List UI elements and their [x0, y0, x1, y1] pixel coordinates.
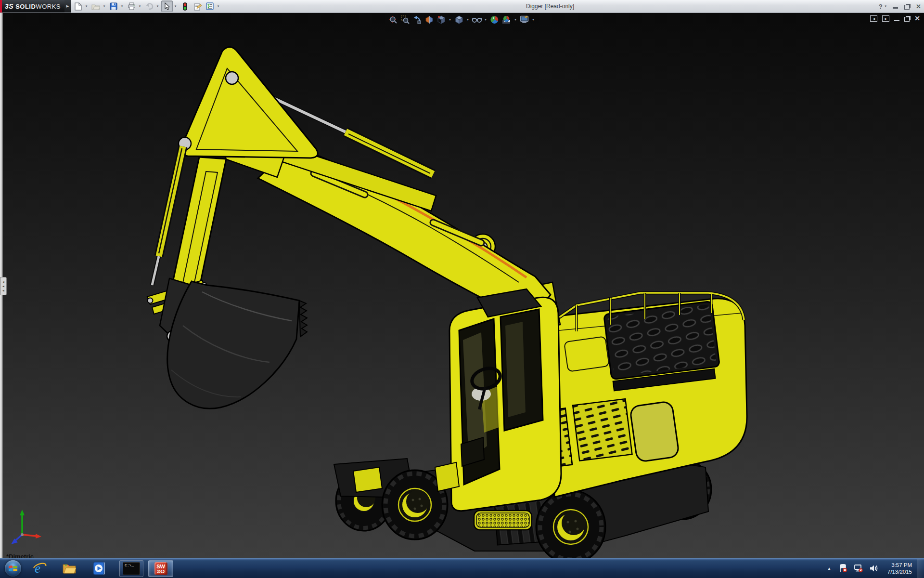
undo-button[interactable] — [143, 0, 155, 12]
zoom-to-area-button[interactable] — [400, 14, 410, 25]
front-bracket — [435, 462, 459, 491]
volume-icon[interactable] — [870, 565, 878, 572]
show-hidden-icons-button[interactable]: ▲ — [827, 566, 831, 571]
graphics-viewport[interactable]: ▾ ▾ ▾ ▾ ▾ ◀ ▶ — [0, 13, 924, 559]
view-settings-button[interactable] — [519, 14, 529, 25]
print-caret-icon[interactable]: ▾ — [137, 1, 142, 12]
solidworks-2015-button[interactable]: SW 2015 — [148, 560, 173, 577]
excavator-model[interactable] — [0, 13, 924, 559]
hide-show-items-icon — [472, 16, 482, 23]
brand-red-accent — [0, 0, 2, 13]
internet-explorer-button[interactable]: e — [32, 560, 47, 577]
edit-appearance-button[interactable] — [489, 14, 500, 25]
options-button[interactable] — [204, 0, 216, 12]
apply-scene-caret-icon[interactable]: ▾ — [513, 18, 517, 22]
previous-view-button[interactable] — [412, 14, 422, 25]
excavator-drawing — [147, 47, 747, 559]
folder-icon — [62, 563, 77, 574]
file-properties-icon — [193, 2, 202, 11]
hide-show-items-button[interactable] — [472, 14, 482, 25]
wheel-front-right — [536, 490, 605, 559]
bucket-teeth — [299, 301, 307, 337]
document-window-controls: ◀ ▶ ✕ — [870, 14, 920, 22]
rear-side-window — [629, 401, 679, 462]
new-document-icon — [75, 2, 82, 11]
options-caret-icon[interactable]: ▾ — [216, 1, 221, 12]
command-prompt-button[interactable]: C:\_ — [119, 560, 143, 577]
collapse-arrow-icon: ◀ — [2, 289, 4, 293]
app-restore-button[interactable] — [904, 5, 910, 10]
view-settings-icon — [520, 15, 529, 24]
open-caret-icon[interactable]: ▾ — [102, 1, 107, 12]
rebuild-button[interactable] — [179, 0, 191, 12]
new-document-button[interactable] — [72, 0, 84, 12]
file-properties-button[interactable] — [192, 0, 203, 12]
app-minimize-button[interactable] — [893, 7, 898, 9]
view-orientation-button[interactable] — [436, 14, 446, 25]
boom-head — [181, 47, 318, 158]
select-button[interactable] — [161, 0, 173, 12]
open-button[interactable] — [90, 0, 102, 12]
zoom-to-fit-icon — [389, 15, 398, 24]
command-prompt-icon: C:\_ — [123, 562, 140, 575]
apply-scene-button[interactable] — [501, 14, 512, 25]
show-desktop-button[interactable] — [917, 559, 924, 578]
help-caret-icon[interactable]: ▾ — [885, 4, 887, 8]
menubar-toolbar: ▾ ▾ ▾ ▾ ▾ — [72, 0, 222, 13]
print-icon — [128, 2, 136, 10]
menu-expand-arrow-icon[interactable]: ▶ — [64, 0, 71, 13]
display-style-button[interactable] — [454, 14, 464, 25]
solidworks-2015-icon: SW 2015 — [154, 562, 167, 575]
brand-text: 3SSOLIDWORKS — [5, 2, 61, 10]
save-button[interactable] — [108, 0, 119, 12]
collapse-arrow-icon: ◀ — [2, 280, 4, 284]
display-style-caret-icon[interactable]: ▾ — [466, 18, 470, 22]
system-tray: ▲ 3:57 PM 7/13/2015 — [827, 559, 924, 578]
zoom-to-fit-button[interactable] — [388, 14, 398, 25]
media-player-icon — [92, 561, 106, 576]
save-caret-icon[interactable]: ▾ — [119, 1, 125, 12]
help-button[interactable]: ? — [879, 3, 883, 10]
view-orientation-caret-icon[interactable]: ▾ — [448, 18, 452, 22]
reference-triad-icon — [8, 507, 45, 546]
view-settings-caret-icon[interactable]: ▾ — [531, 18, 535, 22]
outrigger-pad — [353, 467, 382, 492]
splitter-handle[interactable]: ◀ ◀ ◀ — [0, 277, 7, 295]
rebuild-traffic-light-icon — [183, 2, 187, 11]
options-checklist-icon — [206, 2, 214, 10]
select-cursor-icon — [164, 2, 170, 10]
pane-right-icon[interactable]: ▶ — [882, 15, 889, 22]
zoom-to-area-icon — [401, 15, 410, 24]
engine-deck-grille — [604, 301, 721, 391]
file-explorer-button[interactable] — [62, 560, 77, 577]
doc-restore-button[interactable] — [904, 17, 910, 22]
action-center-icon[interactable] — [839, 564, 847, 573]
taskbar-left: e C:\_ — [0, 559, 173, 578]
undo-arrow-icon — [145, 3, 154, 10]
dassault-3ds-icon: 3S — [5, 2, 13, 10]
hide-show-items-caret-icon[interactable]: ▾ — [484, 18, 488, 22]
start-button[interactable] — [5, 560, 21, 577]
pane-left-icon[interactable]: ◀ — [870, 15, 877, 22]
section-view-button[interactable] — [424, 14, 434, 25]
save-floppy-icon — [110, 2, 117, 10]
cab-step — [474, 511, 532, 530]
print-button[interactable] — [126, 0, 137, 12]
new-document-caret-icon[interactable]: ▾ — [84, 1, 89, 12]
network-status-icon[interactable] — [854, 564, 863, 573]
bucket — [167, 281, 307, 408]
taskbar-clock[interactable]: 3:57 PM 7/13/2015 — [887, 562, 912, 576]
view-orientation-icon — [437, 15, 446, 24]
headsup-view-toolbar: ▾ ▾ ▾ ▾ ▾ — [388, 14, 535, 25]
document-title: Digger [Read-only] — [526, 0, 574, 13]
previous-view-icon — [413, 15, 422, 24]
select-caret-icon[interactable]: ▾ — [173, 1, 178, 12]
head-pin-top — [226, 72, 238, 84]
media-player-button[interactable] — [91, 560, 107, 577]
app-close-button[interactable]: ✕ — [916, 3, 921, 10]
edit-appearance-icon — [490, 15, 499, 24]
doc-close-button[interactable]: ✕ — [914, 14, 920, 22]
doc-minimize-button[interactable] — [894, 20, 899, 21]
undo-caret-icon[interactable]: ▾ — [155, 1, 160, 12]
solidworks-logo: 3SSOLIDWORKS — [0, 0, 64, 13]
